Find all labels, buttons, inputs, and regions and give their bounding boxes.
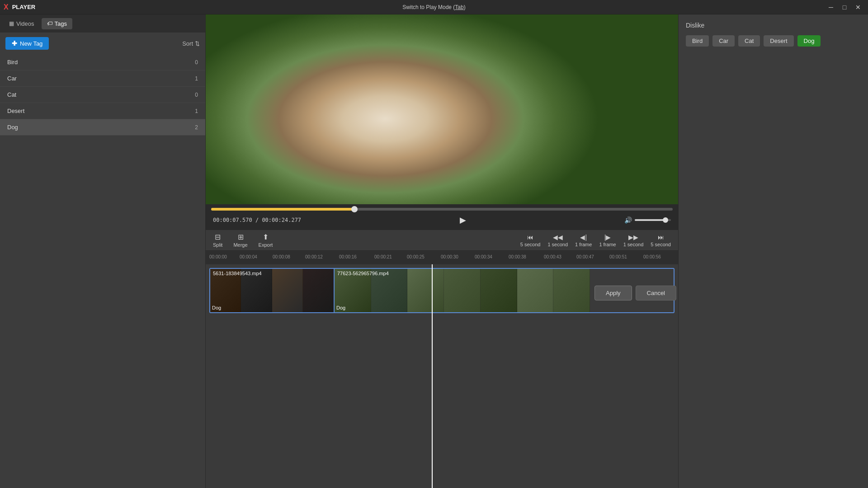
nav-controls: ⏮ 5 second ◀◀ 1 second ◀| 1 frame |▶ 1 f…	[520, 234, 671, 247]
tab-tags[interactable]: 🏷 Tags	[42, 18, 72, 29]
tab-videos[interactable]: ▦ Videos	[4, 18, 40, 29]
back-1sec-label: 1 second	[547, 242, 568, 247]
thumb-2-5	[481, 269, 517, 312]
center-panel: 00:00:07.570 / 00:00:24.277 ▶ 🔊 ⊟ Split …	[206, 14, 678, 488]
thumb-1-4	[303, 269, 334, 312]
tag-list: Bird 0 Car 1 Cat 0 Desert 1 Dog 2	[0, 54, 205, 488]
right-panel: Dislike Bird Car Cat Desert Dog	[678, 14, 868, 488]
back-1frame-icon: ◀|	[580, 234, 587, 241]
new-tag-button[interactable]: ✚ New Tag	[5, 37, 49, 50]
close-button[interactable]: ✕	[852, 2, 864, 13]
split-label: Split	[213, 242, 222, 248]
nav-back-5sec[interactable]: ⏮ 5 second	[520, 234, 541, 247]
toolbar: ⊟ Split ⊞ Merge ⬆ Export ⏮ 5 second ◀◀ 1…	[206, 230, 678, 251]
fwd-5sec-label: 5 second	[651, 242, 671, 247]
play-button[interactable]: ▶	[455, 214, 471, 226]
volume-slider[interactable]	[635, 219, 671, 221]
volume-container: 🔊	[624, 216, 671, 224]
video-area	[206, 14, 678, 204]
split-icon: ⊟	[215, 233, 221, 241]
tag-name-cat: Cat	[7, 91, 16, 98]
tags-icon: 🏷	[47, 20, 52, 27]
clip-1-tag: Dog	[212, 305, 221, 310]
time-mark-12: 00:00:51	[609, 254, 627, 259]
total-time: 00:00:24.277	[262, 217, 301, 223]
minimize-button[interactable]: ─	[825, 2, 837, 13]
maximize-button[interactable]: □	[838, 2, 851, 13]
clip-2-title: 77623-562965796.mp4	[337, 271, 389, 276]
clip-1[interactable]: 5631-183849543.mp4 Dog	[210, 269, 335, 312]
sort-button[interactable]: Sort ⇅	[182, 40, 200, 47]
progress-bar[interactable]	[211, 208, 673, 211]
back-1frame-label: 1 frame	[575, 242, 592, 247]
dislike-label: Dislike	[686, 22, 861, 29]
volume-icon[interactable]: 🔊	[624, 216, 632, 224]
tag-pill-dog[interactable]: Dog	[797, 35, 821, 47]
time-mark-2: 00:00:08	[273, 254, 290, 259]
split-tool[interactable]: ⊟ Split	[213, 233, 222, 248]
tag-pills: Bird Car Cat Desert Dog	[686, 35, 861, 47]
tag-pill-bird[interactable]: Bird	[686, 35, 709, 47]
tag-pill-car[interactable]: Car	[712, 35, 735, 47]
merge-label: Merge	[233, 242, 247, 248]
sort-icon: ⇅	[195, 40, 200, 47]
fwd-1sec-label: 1 second	[623, 242, 644, 247]
clip-1-title: 5631-183849543.mp4	[213, 271, 262, 276]
main-layout: ▦ Videos 🏷 Tags ✚ New Tag Sort ⇅ Bird 0	[0, 14, 868, 488]
thumb-2-6	[517, 269, 554, 312]
export-tool[interactable]: ⬆ Export	[259, 233, 273, 248]
tag-pill-cat[interactable]: Cat	[738, 35, 760, 47]
switch-mode-label: Switch to Play Mode (Tab)	[402, 4, 465, 10]
back-1sec-icon: ◀◀	[553, 234, 563, 241]
time-mark-6: 00:00:25	[407, 254, 425, 259]
merge-icon: ⊞	[238, 233, 244, 241]
nav-back-1frame[interactable]: ◀| 1 frame	[575, 234, 592, 247]
tag-row-dog[interactable]: Dog 2	[0, 119, 205, 136]
time-separator: /	[255, 217, 262, 223]
merge-tool[interactable]: ⊞ Merge	[233, 233, 247, 248]
time-display: 00:00:07.570 / 00:00:24.277	[213, 217, 301, 223]
fwd-5sec-icon: ⏭	[658, 234, 664, 241]
current-time: 00:00:07.570	[213, 217, 252, 223]
apply-button[interactable]: Apply	[594, 286, 632, 300]
time-mark-11: 00:00:47	[576, 254, 594, 259]
time-mark-3: 00:00:12	[305, 254, 323, 259]
thumb-2-4	[444, 269, 481, 312]
time-mark-13: 00:00:56	[643, 254, 661, 259]
nav-fwd-1sec[interactable]: ▶▶ 1 second	[623, 234, 644, 247]
tags-header: ✚ New Tag Sort ⇅	[0, 33, 205, 54]
progress-container	[206, 204, 678, 211]
cancel-button[interactable]: Cancel	[636, 286, 676, 300]
fwd-1frame-icon: |▶	[604, 234, 611, 241]
tag-row-car[interactable]: Car 1	[0, 70, 205, 87]
window-controls: ─ □ ✕	[825, 2, 864, 13]
progress-thumb[interactable]	[351, 206, 358, 212]
tag-count-dog: 2	[195, 124, 198, 131]
progress-fill	[211, 208, 354, 211]
tab-bar: ▦ Videos 🏷 Tags	[0, 14, 205, 33]
playhead[interactable]	[432, 264, 433, 488]
back-5sec-icon: ⏮	[527, 234, 533, 241]
new-tag-icon: ✚	[12, 40, 17, 47]
sort-label: Sort	[182, 40, 193, 47]
tag-name-dog: Dog	[7, 124, 18, 131]
tab-tags-label: Tags	[55, 20, 67, 27]
tag-row-desert[interactable]: Desert 1	[0, 103, 205, 119]
nav-fwd-1frame[interactable]: |▶ 1 frame	[599, 234, 616, 247]
volume-thumb[interactable]	[663, 217, 668, 223]
tag-pill-desert[interactable]: Desert	[764, 35, 793, 47]
app-logo: X	[4, 3, 9, 11]
nav-back-1sec[interactable]: ◀◀ 1 second	[547, 234, 568, 247]
tag-row-cat[interactable]: Cat 0	[0, 87, 205, 103]
volume-fill	[635, 219, 665, 221]
back-5sec-label: 5 second	[520, 242, 541, 247]
time-mark-1: 00:00:04	[240, 254, 257, 259]
tag-row-bird[interactable]: Bird 0	[0, 54, 205, 70]
tag-count-desert: 1	[195, 108, 198, 114]
time-mark-0: 00:00:00	[209, 254, 227, 259]
export-icon: ⬆	[263, 233, 269, 241]
clip-2[interactable]: 77623-562965796.mp4 Dog	[335, 269, 590, 312]
app-name: PLAYER	[12, 4, 36, 10]
nav-fwd-5sec[interactable]: ⏭ 5 second	[651, 234, 671, 247]
tag-name-bird: Bird	[7, 59, 18, 66]
